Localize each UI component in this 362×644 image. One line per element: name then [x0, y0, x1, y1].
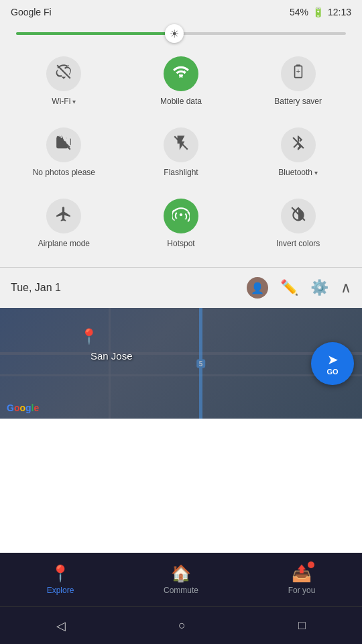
explore-label: Explore — [47, 586, 74, 595]
flashlight-icon-wrapper — [164, 127, 198, 162]
map-road-h1 — [0, 352, 362, 355]
nav-foryou[interactable]: 📤 For you — [241, 559, 362, 600]
foryou-label: For you — [288, 586, 316, 595]
invert-colors-off-icon — [290, 205, 307, 227]
mobiledata-label: Mobile data — [160, 97, 202, 106]
map-background — [0, 308, 362, 419]
foryou-badge-wrapper: 📤 — [292, 564, 312, 583]
bottom-navigation: 📍 Explore 🏠 Commute 📤 For you — [0, 553, 362, 606]
nophotos-label: No photos please — [33, 168, 95, 177]
home-button[interactable]: ○ — [178, 619, 186, 633]
hotspot-icon — [172, 205, 190, 227]
nav-commute[interactable]: 🏠 Commute — [121, 559, 241, 600]
batterysaver-label: Battery saver — [274, 97, 322, 106]
toggle-invertcolors[interactable]: Invert colors — [242, 191, 354, 256]
toggle-grid: Wi-Fi ▾ H + Mobile data — [0, 43, 362, 267]
explore-icon: 📍 — [50, 564, 70, 583]
toggle-batterysaver[interactable]: + Battery saver — [242, 48, 354, 114]
signal-icon: H + — [172, 63, 190, 85]
go-arrow-icon: ➤ — [327, 352, 339, 368]
flashlight-icon — [172, 134, 190, 156]
recents-button[interactable]: □ — [298, 619, 306, 633]
date-icon-group: 👤 ✏️ ⚙️ ∧ — [247, 277, 351, 299]
map-area[interactable]: 5 📍 San Jose Google ➤ GO — [0, 308, 362, 419]
toggle-airplane[interactable]: Airplane mode — [8, 191, 120, 256]
brightness-row[interactable]: ☀ — [0, 24, 362, 43]
battery-icon: 🔋 — [312, 7, 324, 17]
brightness-thumb[interactable]: ☀ — [165, 24, 184, 43]
go-label: GO — [326, 368, 338, 376]
map-pin-icon: 📍 — [80, 328, 98, 345]
toggle-nophotos[interactable]: No photos please — [8, 119, 120, 185]
toggle-mobiledata[interactable]: H + Mobile data — [125, 48, 237, 114]
hotspot-label: Hotspot — [167, 239, 194, 248]
wifi-label: Wi-Fi ▾ — [52, 97, 76, 106]
nav-explore[interactable]: 📍 Explore — [0, 559, 121, 600]
bluetooth-label: Bluetooth ▾ — [278, 168, 318, 177]
bluetooth-disabled-icon — [290, 134, 307, 156]
bluetooth-icon-wrapper — [281, 127, 316, 162]
invertcolors-icon-wrapper — [281, 199, 316, 233]
no-photography-icon — [55, 134, 72, 156]
clock: 12:13 — [328, 7, 351, 17]
map-highway: 5 — [199, 308, 202, 419]
mobiledata-icon-wrapper: H + — [164, 56, 198, 91]
toggle-hotspot[interactable]: Hotspot — [125, 191, 237, 256]
brightness-slider[interactable]: ☀ — [16, 32, 346, 35]
highway-badge: 5 — [196, 359, 206, 368]
wifi-arrow: ▾ — [72, 98, 76, 105]
carrier-label: Google Fi — [11, 7, 52, 17]
settings-button[interactable]: ⚙️ — [310, 279, 328, 297]
toggle-bluetooth[interactable]: Bluetooth ▾ — [242, 119, 354, 185]
notification-badge — [308, 561, 314, 568]
nophotos-icon-wrapper — [46, 127, 81, 162]
bluetooth-arrow: ▾ — [314, 169, 318, 176]
map-road-v1 — [109, 308, 111, 419]
quick-settings-panel: ☀ Wi-Fi ▾ — [0, 24, 362, 267]
date-label: Tue, Jan 1 — [11, 282, 61, 294]
invertcolors-label: Invert colors — [276, 239, 320, 248]
flight-icon — [55, 205, 72, 227]
status-bar: Google Fi 54% 🔋 12:13 — [0, 0, 362, 24]
batterysaver-icon-wrapper: + — [281, 56, 316, 91]
svg-rect-4 — [296, 64, 300, 66]
brightness-fill — [16, 32, 174, 35]
city-label: San Jose — [90, 350, 133, 362]
date-toolbar: Tue, Jan 1 👤 ✏️ ⚙️ ∧ — [0, 268, 362, 308]
battery-saver-icon: + — [290, 63, 307, 85]
toggle-wifi[interactable]: Wi-Fi ▾ — [8, 48, 120, 114]
commute-label: Commute — [164, 586, 198, 595]
commute-icon: 🏠 — [171, 564, 191, 583]
google-logo: Google — [7, 402, 39, 413]
go-button[interactable]: ➤ GO — [311, 342, 354, 385]
hotspot-icon-wrapper — [164, 199, 198, 233]
wifi-off-icon — [55, 63, 72, 85]
airplane-icon-wrapper — [46, 199, 81, 233]
system-navigation: ◁ ○ □ — [0, 606, 362, 644]
airplane-label: Airplane mode — [38, 239, 90, 248]
edit-button[interactable]: ✏️ — [280, 279, 298, 297]
toggle-flashlight[interactable]: Flashlight — [125, 119, 237, 185]
map-road-h2 — [0, 374, 362, 376]
svg-text:+: + — [296, 67, 300, 75]
status-right: 54% 🔋 12:13 — [290, 7, 351, 17]
collapse-button[interactable]: ∧ — [341, 279, 351, 297]
user-avatar[interactable]: 👤 — [247, 277, 268, 299]
back-button[interactable]: ◁ — [56, 619, 66, 633]
battery-percent: 54% — [290, 7, 308, 17]
flashlight-label: Flashlight — [164, 168, 198, 177]
wifi-icon-wrapper — [46, 56, 81, 91]
brightness-icon: ☀ — [170, 28, 179, 40]
svg-text:+: + — [183, 68, 186, 74]
